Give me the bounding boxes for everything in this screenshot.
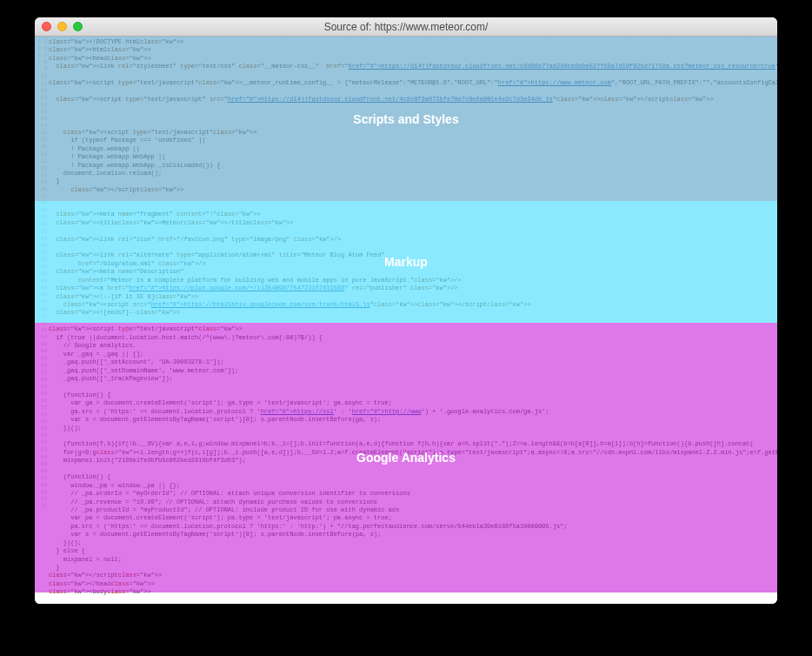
source-code[interactable]: class="kw"><!DOCTYPE htmlclass="kw">> cl… bbox=[49, 37, 777, 604]
close-icon[interactable] bbox=[42, 22, 51, 31]
minimize-icon[interactable] bbox=[57, 22, 67, 31]
window-title: Source of: https://www.meteor.com/ bbox=[35, 21, 777, 33]
titlebar: Source of: https://www.meteor.com/ bbox=[35, 17, 777, 37]
source-content: 1 2 3 4 5 6 7 8 9 10 11 12 13 14 15 16 1… bbox=[35, 37, 777, 604]
zoom-icon[interactable] bbox=[73, 22, 83, 31]
browser-window: Source of: https://www.meteor.com/ 1 2 3… bbox=[35, 17, 777, 604]
line-number-gutter: 1 2 3 4 5 6 7 8 9 10 11 12 13 14 15 16 1… bbox=[35, 37, 49, 604]
window-controls bbox=[42, 22, 83, 31]
